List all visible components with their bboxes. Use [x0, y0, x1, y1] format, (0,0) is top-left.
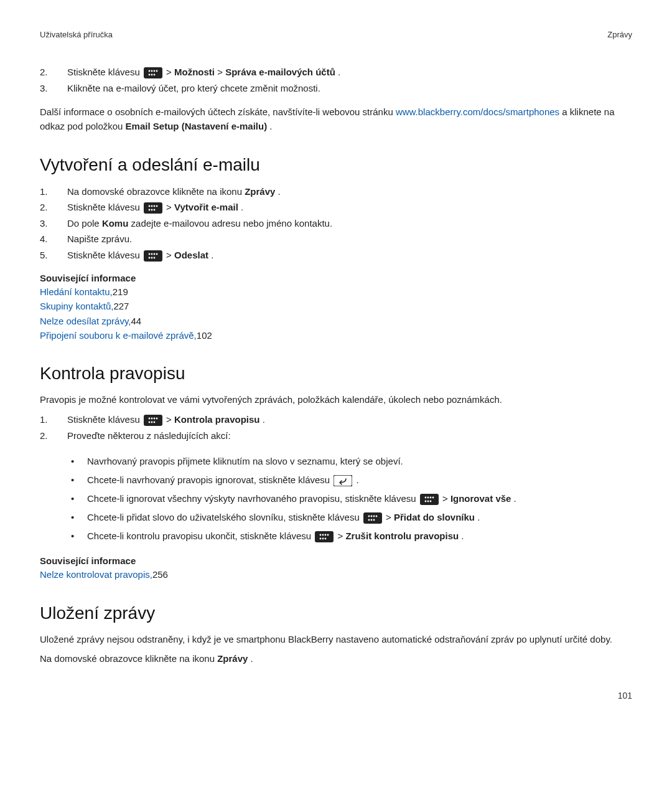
list-item: 2. Stiskněte klávesu > Vytvořit e-mail . [40, 199, 632, 215]
svg-point-22 [151, 257, 153, 258]
list-item: Chcete-li přidat slovo do uživatelského … [67, 508, 632, 527]
svg-rect-41 [363, 512, 382, 524]
related-link-line: Skupiny kontaktů,227 [40, 299, 632, 313]
step-text: Stiskněte klávesu > Možnosti > Správa e-… [67, 64, 340, 80]
svg-point-47 [370, 519, 372, 521]
list-item: Navrhovaný pravopis přijmete kliknutím n… [67, 452, 632, 471]
step-number: 3. [40, 80, 67, 97]
step-number: 2. [40, 64, 67, 80]
svg-rect-49 [315, 531, 334, 542]
svg-point-52 [325, 534, 327, 536]
related-link-line: Nelze kontrolovat pravopis,256 [40, 567, 632, 582]
svg-rect-8 [144, 202, 162, 214]
section3-line: Na domovské obrazovce klikněte na ikonu … [40, 651, 632, 666]
svg-point-39 [427, 501, 429, 503]
svg-point-45 [375, 516, 377, 517]
list-item: 1. Na domovské obrazovce klikněte na iko… [40, 184, 632, 200]
menu-key-icon [315, 531, 334, 542]
svg-point-34 [424, 497, 426, 499]
svg-point-1 [149, 70, 151, 72]
page-number: 101 [40, 691, 632, 701]
svg-point-35 [427, 497, 429, 499]
svg-point-51 [322, 534, 324, 536]
svg-point-28 [156, 418, 158, 420]
svg-point-40 [429, 501, 431, 503]
svg-point-54 [320, 538, 322, 540]
svg-point-4 [156, 70, 158, 72]
list-item: 3. Do pole Komu zadejte e-mailovou adres… [40, 215, 632, 232]
svg-point-20 [156, 253, 158, 255]
svg-point-14 [151, 209, 153, 211]
svg-point-13 [149, 209, 151, 211]
svg-point-27 [154, 418, 156, 420]
svg-point-30 [151, 422, 153, 423]
svg-point-43 [370, 516, 372, 517]
docs-link[interactable]: www.blackberry.com/docs/smartphones [396, 106, 559, 117]
svg-point-48 [373, 519, 375, 521]
header-left: Uživatelská příručka [40, 30, 113, 39]
svg-point-29 [149, 422, 151, 423]
related-info-heading: Související informace [40, 555, 632, 566]
svg-point-36 [429, 497, 431, 499]
list-item: 3. Klikněte na e-mailový účet, pro který… [40, 80, 632, 97]
list-item: Chcete-li kontrolu pravopisu ukončit, st… [67, 527, 632, 545]
list-item: 4. Napište zprávu. [40, 231, 632, 247]
svg-point-53 [327, 534, 329, 536]
svg-rect-16 [144, 250, 162, 262]
svg-point-31 [154, 422, 156, 423]
svg-rect-33 [420, 494, 439, 505]
back-key-icon [334, 475, 352, 486]
svg-point-19 [154, 253, 156, 255]
section2-steps: 1. Stiskněte klávesu > Kontrola pravopis… [40, 412, 632, 443]
svg-point-38 [424, 501, 426, 503]
menu-key-icon [144, 250, 162, 262]
header-right: Zprávy [607, 30, 632, 39]
menu-key-icon [420, 494, 439, 505]
list-item: 5. Stiskněte klávesu > Odeslat . [40, 247, 632, 263]
svg-point-44 [373, 516, 375, 517]
svg-point-2 [151, 70, 153, 72]
svg-point-18 [151, 253, 153, 255]
svg-rect-24 [144, 415, 162, 426]
page-header: Uživatelská příručka Zprávy [40, 30, 632, 39]
section1-steps: 1. Na domovské obrazovce klikněte na iko… [40, 184, 632, 263]
svg-point-3 [154, 70, 156, 72]
svg-point-15 [154, 209, 156, 211]
section-heading: Kontrola pravopisu [40, 364, 632, 384]
related-link-line: Připojení souboru k e-mailové zprávě,102 [40, 328, 632, 342]
step-text: Klikněte na e-mailový účet, pro který ch… [67, 80, 320, 97]
list-item: Chcete-li ignorovat všechny výskyty navr… [67, 489, 632, 508]
list-item: 2. Proveďte některou z následujících akc… [40, 428, 632, 444]
svg-point-26 [151, 418, 153, 420]
svg-point-21 [149, 257, 151, 258]
related-link-line: Hledání kontaktu,219 [40, 285, 632, 299]
svg-point-46 [368, 519, 370, 521]
related-link-line: Nelze odesílat zprávy,44 [40, 314, 632, 328]
intro-paragraph: Další informace o osobních e-mailových ú… [40, 105, 632, 134]
section-heading: Uložení zprávy [40, 603, 632, 623]
svg-point-55 [322, 538, 324, 540]
menu-key-icon [144, 415, 162, 426]
svg-point-56 [325, 538, 327, 540]
menu-key-icon [144, 67, 162, 78]
svg-point-9 [149, 205, 151, 207]
svg-point-11 [154, 205, 156, 207]
section-heading: Vytvoření a odeslání e-mailu [40, 155, 632, 175]
svg-point-6 [151, 74, 153, 76]
svg-point-50 [320, 534, 322, 536]
svg-rect-32 [334, 475, 352, 486]
svg-point-12 [156, 205, 158, 207]
svg-point-17 [149, 253, 151, 255]
svg-point-25 [149, 418, 151, 420]
svg-rect-0 [144, 67, 162, 78]
section2-intro: Pravopis je možné kontrolovat ve vámi vy… [40, 392, 632, 407]
section3-para: Uložené zprávy nejsou odstraněny, i když… [40, 632, 632, 646]
svg-point-10 [151, 205, 153, 207]
svg-point-23 [154, 257, 156, 258]
list-item: 1. Stiskněte klávesu > Kontrola pravopis… [40, 412, 632, 428]
list-item: 2. Stiskněte klávesu > Možnosti > Správa… [40, 64, 632, 80]
svg-point-7 [154, 74, 156, 76]
list-item: Chcete-li navrhovaný pravopis ignorovat,… [67, 471, 632, 489]
top-steps-list: 2. Stiskněte klávesu > Možnosti > Správa… [40, 64, 632, 96]
svg-point-5 [149, 74, 151, 76]
